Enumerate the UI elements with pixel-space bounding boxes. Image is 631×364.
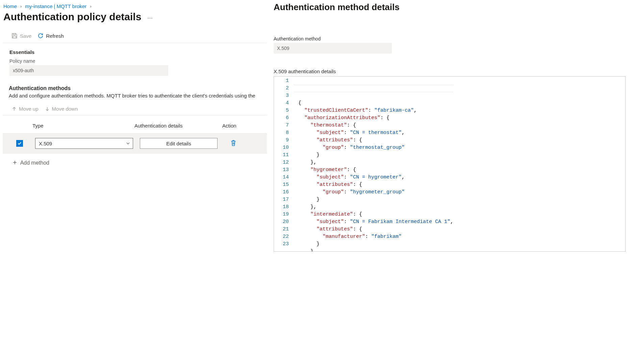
delete-button[interactable] [230, 140, 236, 147]
refresh-button[interactable]: Refresh [37, 33, 64, 39]
type-select-value: X.509 [39, 141, 52, 146]
plus-icon: + [13, 159, 17, 167]
page-title-row: Authentication policy details ⋯ [3, 11, 267, 29]
refresh-label: Refresh [46, 33, 64, 39]
move-up-button[interactable]: Move up [11, 106, 39, 112]
methods-description: Add and configure authentication methods… [3, 92, 267, 105]
json-editor[interactable]: 1234567891011121314151617181920212223 { … [274, 76, 626, 252]
breadcrumb: Home › my-instance | MQTT broker › [3, 3, 267, 11]
type-select[interactable]: X.509 [35, 138, 133, 149]
move-toolbar: Move up Move down [3, 105, 267, 115]
more-actions-button[interactable]: ⋯ [147, 13, 153, 21]
code-content[interactable]: { "trustedClientCaCert": "fabrikam-ca", … [294, 77, 453, 251]
chevron-right-icon: › [90, 4, 91, 9]
methods-heading: Authentication methods [3, 76, 267, 92]
policy-name-value: x509-auth [9, 65, 168, 76]
arrow-down-icon [45, 106, 50, 112]
left-pane: Home › my-instance | MQTT broker › Authe… [0, 0, 267, 364]
column-action: Action [222, 123, 256, 129]
page-title: Authentication policy details [3, 11, 141, 23]
trash-icon [230, 140, 236, 146]
line-gutter: 1234567891011121314151617181920212223 [274, 77, 294, 251]
auth-method-value: X.509 [274, 43, 392, 54]
column-auth-details: Authentication details [134, 123, 222, 129]
methods-table-header: Type Authentication details Action [3, 115, 267, 133]
save-button[interactable]: Save [11, 33, 31, 39]
chevron-right-icon: › [20, 4, 22, 9]
policy-name-label: Policy name [3, 58, 267, 65]
save-icon [11, 33, 18, 39]
column-type: Type [30, 123, 134, 129]
right-pane: Authentication method details Authentica… [267, 0, 631, 364]
details-pane-title: Authentication method details [274, 0, 626, 23]
auth-details-label: X.509 authentication details [274, 54, 626, 76]
refresh-icon [37, 33, 44, 39]
move-up-label: Move up [19, 106, 39, 112]
chevron-down-icon [126, 141, 130, 146]
toolbar: Save Refresh [3, 29, 267, 43]
add-method-label: Add method [20, 160, 49, 166]
row-checkbox[interactable] [16, 140, 23, 147]
arrow-up-icon [11, 106, 17, 112]
add-method-button[interactable]: + Add method [3, 153, 267, 167]
move-down-label: Move down [52, 106, 78, 112]
edit-details-button[interactable]: Edit details [140, 138, 218, 149]
essentials-heading: Essentials [3, 43, 267, 58]
check-icon [17, 141, 22, 146]
breadcrumb-home[interactable]: Home [3, 3, 17, 9]
save-label: Save [20, 33, 31, 39]
current-line-highlight [294, 85, 453, 92]
auth-method-label: Authentication method [274, 23, 626, 43]
move-down-button[interactable]: Move down [45, 106, 78, 112]
breadcrumb-instance[interactable]: my-instance | MQTT broker [25, 3, 86, 9]
table-row: X.509 Edit details [3, 133, 267, 153]
